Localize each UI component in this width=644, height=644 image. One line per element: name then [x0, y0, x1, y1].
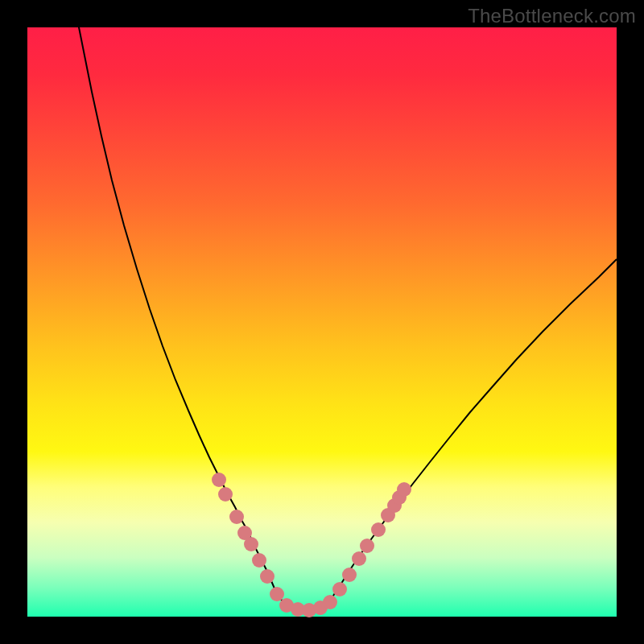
curve-group [77, 19, 617, 610]
data-marker [244, 537, 258, 551]
curve-right [333, 259, 617, 596]
watermark-text: TheBottleneck.com [468, 5, 636, 27]
marker-group [212, 473, 411, 617]
data-marker [352, 551, 366, 566]
data-marker [218, 487, 233, 502]
curve-left [77, 19, 277, 594]
data-marker [371, 522, 386, 537]
data-marker [332, 582, 347, 597]
data-marker [229, 510, 244, 524]
data-marker [397, 482, 411, 497]
chart-svg [27, 27, 617, 617]
data-marker [323, 595, 337, 609]
data-marker [270, 587, 284, 601]
data-marker [212, 473, 226, 487]
data-marker [342, 568, 357, 582]
data-marker [252, 553, 266, 568]
plot-gradient-area [27, 27, 617, 617]
data-marker [360, 539, 374, 553]
data-marker [260, 569, 275, 584]
